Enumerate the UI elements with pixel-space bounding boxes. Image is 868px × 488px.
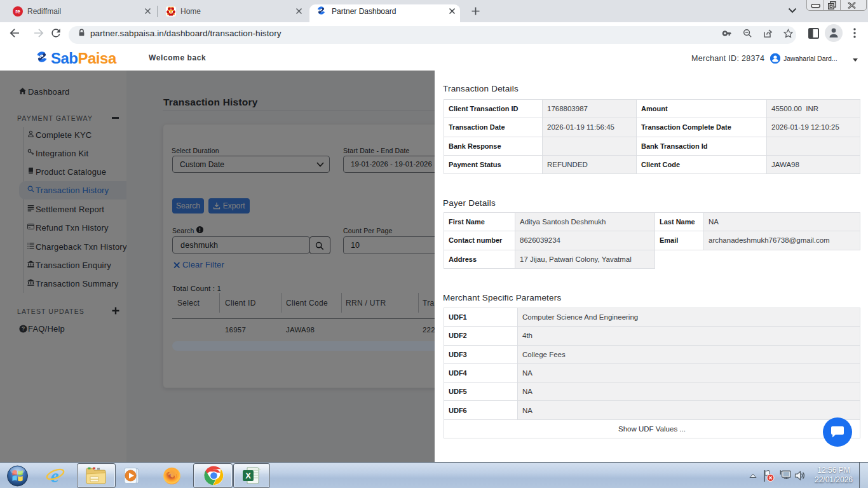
svg-text:X: X — [245, 471, 251, 480]
svg-text:re: re — [15, 9, 20, 15]
